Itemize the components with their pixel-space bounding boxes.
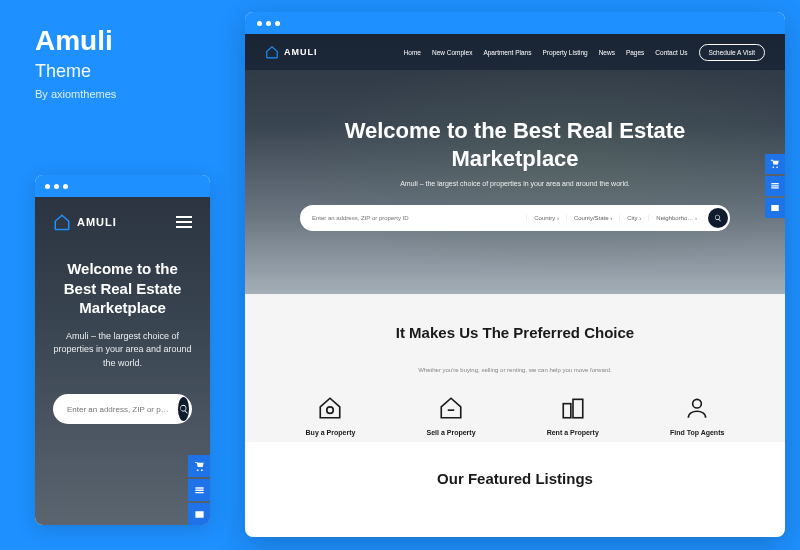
window-dot: [266, 21, 271, 26]
card-icon: [194, 509, 205, 520]
mobile-subheadline: Amuli – the largest choice of properties…: [53, 330, 192, 371]
mobile-side-actions: [188, 455, 210, 525]
window-dot: [54, 184, 59, 189]
svg-rect-2: [573, 399, 583, 417]
theme-subtitle: Theme: [35, 61, 210, 82]
section-sub: Whether you're buying, selling or rentin…: [275, 367, 755, 373]
compare-button[interactable]: [188, 479, 210, 501]
browser-viewport: AMULI Home New Complex Apartment Plans P…: [245, 34, 785, 537]
feature-sell[interactable]: Sell a Property: [427, 395, 476, 436]
preferred-choice-section: It Makes Us The Preferred Choice Whether…: [245, 294, 785, 442]
feature-rent[interactable]: Rent a Property: [547, 395, 599, 436]
house-icon: [265, 45, 279, 59]
mobile-hero: AMULI Welcome to the Best Real Estate Ma…: [35, 197, 210, 525]
site-logo[interactable]: AMULI: [265, 45, 318, 59]
window-dot: [63, 184, 68, 189]
country-select[interactable]: Country: [526, 215, 566, 221]
float-cart-button[interactable]: [765, 154, 785, 174]
featured-listings-section: Our Featured Listings: [245, 442, 785, 502]
favorite-button[interactable]: [188, 503, 210, 525]
house-search-icon: [317, 395, 343, 421]
search-button[interactable]: [708, 208, 728, 228]
cart-icon: [770, 159, 780, 169]
buildings-icon: [560, 395, 586, 421]
svg-point-0: [327, 407, 334, 414]
mobile-logo[interactable]: AMULI: [53, 213, 117, 231]
hamburger-icon[interactable]: [176, 216, 192, 228]
nav-property-listing[interactable]: Property Listing: [542, 49, 587, 56]
features-row: Buy a Property Sell a Property Rent a Pr…: [275, 395, 755, 436]
mobile-titlebar: [35, 175, 210, 197]
section-heading: It Makes Us The Preferred Choice: [275, 324, 755, 341]
window-dot: [257, 21, 262, 26]
hero-subheadline: Amuli – the largest choice of properties…: [400, 180, 630, 187]
section-heading: Our Featured Listings: [275, 470, 755, 487]
neighborhood-select[interactable]: Neighborho…: [648, 215, 704, 221]
desktop-preview: AMULI Home New Complex Apartment Plans P…: [245, 12, 785, 537]
float-compare-button[interactable]: [765, 176, 785, 196]
nav-contact[interactable]: Contact Us: [655, 49, 687, 56]
hero-headline: Welcome to the Best Real Estate Marketpl…: [285, 117, 745, 172]
card-icon: [770, 203, 780, 213]
float-card-button[interactable]: [765, 198, 785, 218]
city-select[interactable]: City: [619, 215, 648, 221]
svg-rect-1: [563, 404, 571, 418]
county-state-select[interactable]: County/State: [566, 215, 619, 221]
promo-panel: Amuli Theme By axiomthemes: [35, 25, 210, 100]
nav-news[interactable]: News: [599, 49, 615, 56]
search-icon: [179, 404, 189, 414]
compare-icon: [194, 485, 205, 496]
feature-agents[interactable]: Find Top Agents: [670, 395, 724, 436]
hero-search-bar[interactable]: Country County/State City Neighborho…: [300, 205, 730, 231]
search-icon: [714, 214, 722, 222]
mobile-preview: AMULI Welcome to the Best Real Estate Ma…: [35, 175, 210, 525]
window-dot: [275, 21, 280, 26]
nav-new-complex[interactable]: New Complex: [432, 49, 472, 56]
hero-section: Welcome to the Best Real Estate Marketpl…: [245, 34, 785, 294]
nav-apartment-plans[interactable]: Apartment Plans: [483, 49, 531, 56]
mobile-search-input[interactable]: [67, 405, 172, 414]
mobile-search-button[interactable]: [178, 397, 189, 421]
mobile-search-bar[interactable]: [53, 394, 192, 424]
house-sale-icon: [438, 395, 464, 421]
agent-icon: [684, 395, 710, 421]
cart-icon: [194, 461, 205, 472]
theme-title: Amuli: [35, 25, 210, 57]
compare-icon: [770, 181, 780, 191]
side-float-actions: [765, 154, 785, 218]
nav-pages[interactable]: Pages: [626, 49, 644, 56]
cart-button[interactable]: [188, 455, 210, 477]
feature-buy[interactable]: Buy a Property: [306, 395, 356, 436]
nav-home[interactable]: Home: [404, 49, 421, 56]
site-header: AMULI Home New Complex Apartment Plans P…: [245, 34, 785, 70]
window-dot: [45, 184, 50, 189]
mobile-headline: Welcome to the Best Real Estate Marketpl…: [53, 259, 192, 318]
schedule-visit-button[interactable]: Schedule A Visit: [699, 44, 766, 61]
search-input[interactable]: [312, 215, 526, 221]
svg-point-3: [693, 399, 702, 408]
main-nav: Home New Complex Apartment Plans Propert…: [404, 44, 765, 61]
house-icon: [53, 213, 71, 231]
theme-author: By axiomthemes: [35, 88, 210, 100]
browser-titlebar: [245, 12, 785, 34]
